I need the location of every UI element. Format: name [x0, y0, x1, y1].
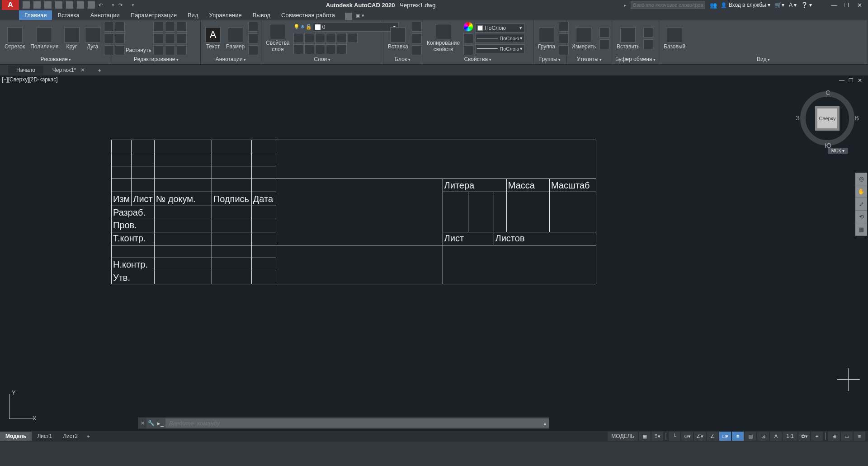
- layer-tool5-icon[interactable]: [337, 33, 347, 43]
- add-layout-button[interactable]: +: [83, 433, 93, 440]
- tab-collaborate[interactable]: Совместная работа: [276, 10, 340, 20]
- ribbon-more-icon[interactable]: ▣ ▾: [356, 13, 364, 20]
- open-icon[interactable]: [33, 1, 41, 9]
- ortho-toggle[interactable]: └: [669, 432, 680, 441]
- model-space-button[interactable]: МОДЕЛЬ: [608, 432, 638, 441]
- saveas-icon[interactable]: [55, 1, 62, 9]
- layer-tool7-icon[interactable]: [293, 44, 303, 54]
- stretch-icon[interactable]: [115, 45, 125, 55]
- viewcube[interactable]: Сверху С Ю В З: [800, 91, 854, 146]
- panel-groups-title[interactable]: Группы: [533, 56, 566, 64]
- layer-tool1-icon[interactable]: [293, 33, 303, 43]
- tab-home[interactable]: Главная: [19, 10, 52, 20]
- pan-icon[interactable]: ✋: [855, 185, 867, 198]
- panel-block-title[interactable]: Блок: [383, 56, 422, 64]
- search-arrow[interactable]: ▸: [624, 3, 626, 8]
- drawing-tab[interactable]: Чертеж1*✕: [44, 66, 93, 75]
- new-tab-button[interactable]: +: [94, 66, 105, 75]
- command-input[interactable]: [165, 419, 541, 428]
- layer-props-button[interactable]: Свойства слоя: [264, 24, 292, 52]
- save-icon[interactable]: [44, 1, 52, 9]
- units-icon[interactable]: ⊞: [828, 432, 840, 441]
- undo-menu[interactable]: ▼: [111, 3, 115, 7]
- layout-sheet1-tab[interactable]: Лист1: [32, 432, 57, 441]
- util2-icon[interactable]: [599, 39, 609, 49]
- array-icon[interactable]: [165, 45, 175, 55]
- lineweight-toggle[interactable]: ≡: [732, 432, 744, 441]
- table-icon[interactable]: [248, 33, 258, 43]
- featured-apps-icon[interactable]: [345, 13, 352, 20]
- layer-tool3-icon[interactable]: [315, 33, 325, 43]
- copy-clip-icon[interactable]: [643, 39, 653, 49]
- transparency-toggle[interactable]: ▨: [745, 432, 756, 441]
- props-tool2-icon[interactable]: [463, 33, 473, 43]
- copy-icon[interactable]: [115, 33, 125, 43]
- cmd-close-icon[interactable]: ✕: [138, 418, 146, 428]
- layout-sheet2-tab[interactable]: Лист2: [57, 432, 83, 441]
- undo-button[interactable]: ↶: [99, 1, 108, 9]
- annotation-monitor-icon[interactable]: +: [811, 432, 823, 441]
- annoscale-toggle[interactable]: A: [770, 432, 782, 441]
- props-tool3-icon[interactable]: [463, 45, 473, 55]
- tab-manage[interactable]: Управление: [203, 10, 247, 20]
- qnew-icon[interactable]: [23, 1, 30, 9]
- tab-parametric[interactable]: Параметризация: [125, 10, 182, 20]
- wcs-button[interactable]: МСК ▾: [828, 148, 848, 154]
- tab-view[interactable]: Вид: [182, 10, 204, 20]
- close-tab-icon[interactable]: ✕: [80, 67, 85, 73]
- minimize-button[interactable]: —: [830, 1, 838, 9]
- anno-scale-button[interactable]: 1:1: [783, 432, 797, 441]
- trim-icon[interactable]: [165, 22, 175, 32]
- line-button[interactable]: Отрезок: [3, 27, 27, 50]
- base-view-button[interactable]: Базовый: [662, 27, 687, 50]
- annot-more-icon[interactable]: [248, 45, 258, 55]
- quick-props-icon[interactable]: ▭: [841, 432, 853, 441]
- share-icon[interactable]: 👥: [710, 2, 716, 8]
- tab-output[interactable]: Вывод: [247, 10, 276, 20]
- match-props-button[interactable]: Копирование свойств: [425, 24, 462, 52]
- linetype-combo[interactable]: ПоСлою ▼: [475, 44, 525, 53]
- customization-icon[interactable]: ≡: [854, 432, 865, 441]
- layer-tool10-icon[interactable]: [326, 44, 336, 54]
- polar-toggle[interactable]: ⊙▾: [681, 432, 693, 441]
- create-block-icon[interactable]: [412, 22, 422, 32]
- plot-icon[interactable]: [77, 1, 84, 9]
- cycling-toggle[interactable]: ⊡: [757, 432, 769, 441]
- lineweight-combo[interactable]: ПоСлою ▼: [475, 34, 525, 43]
- isodraft-toggle[interactable]: ∠▾: [694, 432, 706, 441]
- viewcube-face[interactable]: Сверху: [817, 108, 837, 128]
- layer-tool11-icon[interactable]: [337, 44, 347, 54]
- tab-insert[interactable]: Вставка: [52, 10, 85, 20]
- redo-menu[interactable]: ▼: [131, 3, 135, 7]
- cmd-customize-icon[interactable]: 🔧: [146, 420, 156, 426]
- print-icon[interactable]: [88, 1, 95, 9]
- web-icon[interactable]: [66, 1, 73, 9]
- mirror-icon[interactable]: [153, 33, 163, 43]
- compass-w[interactable]: З: [796, 114, 800, 122]
- color-wheel-icon[interactable]: [463, 22, 473, 32]
- workspace-icon[interactable]: ✿▾: [798, 432, 810, 441]
- erase-icon[interactable]: [177, 22, 187, 32]
- panel-clip-title[interactable]: Буфер обмена: [612, 56, 659, 64]
- help-icon[interactable]: ❔ ▾: [801, 2, 812, 8]
- paste-button[interactable]: Вставить: [615, 27, 642, 50]
- snap-toggle[interactable]: ⠿▾: [651, 432, 663, 441]
- move-icon[interactable]: [115, 22, 125, 32]
- panel-layers-title[interactable]: Слои: [261, 56, 383, 64]
- color-combo[interactable]: ПоСлою▼: [475, 24, 525, 33]
- util1-icon[interactable]: [599, 28, 609, 38]
- ucs-icon[interactable]: Y X: [5, 391, 37, 423]
- dimension-button[interactable]: Размер: [224, 27, 246, 50]
- insert-block-button[interactable]: Вставка: [386, 27, 410, 50]
- drawing-canvas[interactable]: [−][Сверху][2D-каркас] — ❐ ✕ Литера Масс…: [0, 75, 868, 431]
- cart-icon[interactable]: 🛒▾: [775, 2, 784, 8]
- compass-e[interactable]: В: [854, 114, 859, 122]
- vp-close-icon[interactable]: ✕: [856, 77, 863, 84]
- scale-icon[interactable]: [153, 45, 163, 55]
- text-button[interactable]: AТекст: [203, 27, 222, 50]
- layer-tool8-icon[interactable]: [304, 44, 314, 54]
- edit-block-icon[interactable]: [412, 33, 422, 43]
- compass-n[interactable]: С: [826, 89, 830, 96]
- arc-button[interactable]: Дуга: [83, 27, 102, 50]
- rotate-icon[interactable]: [153, 22, 163, 32]
